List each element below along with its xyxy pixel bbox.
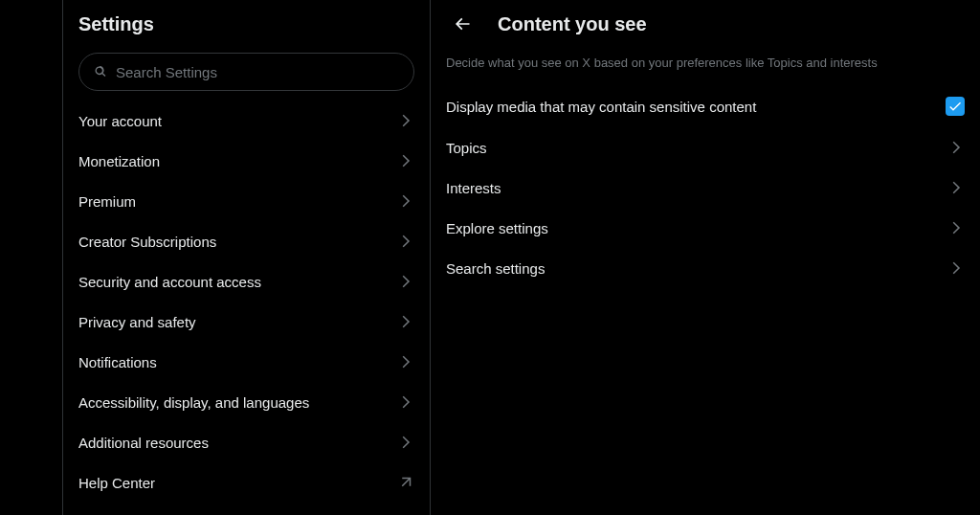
content-item-label: Interests — [446, 180, 501, 196]
left-nav-rail — [0, 0, 63, 515]
chevron-right-icon — [397, 192, 414, 210]
settings-nav-list: Your accountMonetizationPremiumCreator S… — [63, 101, 430, 503]
settings-nav-item[interactable]: Security and account access — [63, 261, 430, 302]
nav-item-label: Your account — [78, 113, 162, 129]
chevron-right-icon — [947, 179, 965, 196]
settings-nav-item[interactable]: Premium — [63, 181, 430, 221]
chevron-right-icon — [397, 112, 414, 129]
external-link-icon — [397, 474, 414, 491]
content-nav-item[interactable]: Search settings — [431, 248, 980, 288]
nav-item-label: Security and account access — [78, 274, 261, 290]
settings-nav-item[interactable]: Additional resources — [63, 422, 430, 462]
settings-nav-item[interactable]: Monetization — [63, 141, 430, 181]
content-description: Decide what you see on X based on your p… — [431, 48, 980, 85]
search-input[interactable] — [116, 64, 400, 80]
chevron-right-icon — [947, 259, 965, 277]
nav-item-label: Notifications — [78, 354, 157, 370]
search-wrap — [63, 47, 430, 101]
sensitive-content-checkbox[interactable] — [946, 97, 965, 116]
arrow-left-icon — [453, 14, 472, 34]
chevron-right-icon — [397, 233, 414, 250]
settings-panel: Settings Your accountMonetizationPremium… — [63, 0, 431, 515]
chevron-right-icon — [397, 393, 414, 411]
chevron-right-icon — [947, 219, 965, 236]
nav-item-label: Premium — [78, 193, 136, 210]
settings-nav-item[interactable]: Accessibility, display, and languages — [63, 382, 430, 422]
settings-nav-item[interactable]: Your account — [63, 101, 430, 141]
settings-nav-item[interactable]: Help Center — [63, 462, 430, 503]
chevron-right-icon — [947, 139, 965, 156]
nav-item-label: Monetization — [78, 153, 160, 169]
chevron-right-icon — [397, 313, 414, 330]
settings-nav-item[interactable]: Creator Subscriptions — [63, 221, 430, 261]
content-item-label: Search settings — [446, 260, 545, 277]
toggle-label: Display media that may contain sensitive… — [446, 99, 756, 115]
content-nav-item[interactable]: Explore settings — [431, 208, 980, 248]
content-item-label: Topics — [446, 140, 487, 156]
search-icon — [93, 64, 108, 79]
content-item-label: Explore settings — [446, 220, 548, 236]
nav-item-label: Creator Subscriptions — [78, 234, 216, 250]
settings-nav-item[interactable]: Notifications — [63, 342, 430, 382]
settings-title: Settings — [63, 10, 430, 47]
nav-item-label: Help Center — [78, 475, 155, 491]
content-items-list: TopicsInterestsExplore settingsSearch se… — [431, 127, 980, 288]
content-nav-item[interactable]: Topics — [431, 127, 980, 168]
content-header: Content you see — [431, 0, 980, 48]
chevron-right-icon — [397, 152, 414, 169]
content-nav-item[interactable]: Interests — [431, 168, 980, 208]
nav-item-label: Privacy and safety — [78, 314, 196, 330]
sensitive-content-toggle-row: Display media that may contain sensitive… — [431, 85, 980, 127]
content-title: Content you see — [498, 13, 647, 35]
chevron-right-icon — [397, 434, 414, 451]
content-panel: Content you see Decide what you see on X… — [431, 0, 980, 515]
nav-item-label: Additional resources — [78, 435, 209, 451]
search-box[interactable] — [78, 53, 414, 91]
chevron-right-icon — [397, 353, 414, 370]
nav-item-label: Accessibility, display, and languages — [78, 394, 309, 411]
back-button[interactable] — [446, 8, 479, 40]
settings-nav-item[interactable]: Privacy and safety — [63, 302, 430, 342]
chevron-right-icon — [397, 273, 414, 290]
checkmark-icon — [947, 99, 963, 114]
